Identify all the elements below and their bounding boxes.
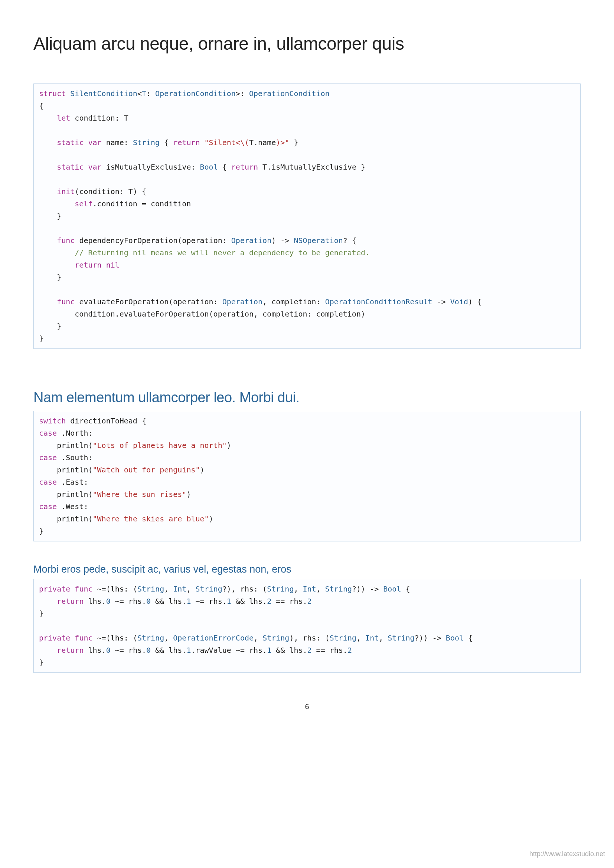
- kw-func1: func: [57, 236, 74, 245]
- type-op2: Operation: [222, 297, 262, 306]
- type-void: Void: [450, 297, 468, 306]
- kw-private-2: private: [39, 634, 70, 642]
- str-silent1: "Silent<\(: [205, 138, 249, 147]
- page-title: Aliquam arcu neque, ornare in, ullamcorp…: [33, 33, 581, 54]
- kw-func-1: func: [74, 584, 92, 594]
- code-block-2: switch directionToHead { case .North: pr…: [33, 411, 581, 541]
- str-south: "Watch out for penguins": [93, 465, 200, 474]
- t-int-1: Int: [173, 584, 186, 594]
- fn-println-1: println: [57, 441, 88, 450]
- kw-func-2: func: [74, 634, 92, 642]
- section-heading-1: Nam elementum ullamcorper leo. Morbi dui…: [33, 390, 581, 406]
- kw-static2: static: [57, 163, 84, 172]
- case-east: .East:: [61, 477, 88, 487]
- kw-case4: case: [39, 502, 57, 511]
- kw-var1: var: [88, 138, 101, 147]
- attr-ismutex: isMutuallyExclusive: [106, 163, 191, 172]
- str-silent2: )>": [276, 138, 289, 147]
- kw-return1: return: [173, 138, 200, 147]
- type-opcond: OperationCondition: [155, 89, 236, 98]
- kw-func2: func: [57, 297, 74, 306]
- kw-nil: nil: [106, 260, 119, 270]
- t-bool-2: Bool: [446, 634, 464, 642]
- num-b2: 1: [186, 646, 191, 655]
- kw-private-1: private: [39, 584, 70, 594]
- type-opcond2: OperationCondition: [249, 89, 330, 98]
- num-b0: 0: [106, 646, 111, 655]
- num-a1: 0: [146, 597, 151, 606]
- kw-var2: var: [88, 163, 101, 172]
- attr-condition: condition: [74, 113, 115, 122]
- str-east: "Where the sun rises": [93, 490, 187, 499]
- t-string-5: String: [137, 634, 164, 642]
- kw-self: self: [74, 199, 92, 208]
- kw-return2: return: [231, 163, 258, 172]
- case-west: .West:: [61, 502, 88, 511]
- num-b5: 2: [347, 646, 352, 655]
- kw-return-1: return: [57, 597, 84, 606]
- num-b4: 2: [307, 646, 312, 655]
- case-north: .North:: [61, 429, 92, 437]
- fn-println-4: println: [57, 515, 88, 523]
- str-north: "Lots of planets have a north": [93, 441, 227, 450]
- t-string-1: String: [137, 584, 164, 594]
- type-nsop: NSOperation: [294, 236, 343, 245]
- fn-println-2: println: [57, 465, 88, 474]
- kw-case2: case: [39, 453, 57, 462]
- t-operr: OperationErrorCode: [173, 634, 254, 642]
- kw-case3: case: [39, 477, 57, 487]
- kw-init: init: [57, 187, 74, 196]
- t-string-2: String: [195, 584, 222, 594]
- t-string-3: String: [267, 584, 294, 594]
- t-string-4: String: [325, 584, 352, 594]
- page-number: 6: [33, 702, 581, 711]
- type-string: String: [133, 138, 160, 147]
- attr-dir: directionToHead: [70, 416, 137, 425]
- t-int-3: Int: [365, 634, 378, 642]
- num-a3: 1: [227, 597, 231, 606]
- kw-struct: struct: [39, 89, 66, 98]
- kw-static1: static: [57, 138, 84, 147]
- fn-eval: evaluateForOperation: [79, 297, 169, 306]
- t-string-8: String: [388, 634, 414, 642]
- kw-return-2: return: [57, 646, 84, 655]
- comment-1: // Returning nil means we will never a d…: [74, 248, 370, 257]
- fn-dep: dependencyForOperation: [79, 236, 177, 245]
- case-south: .South:: [61, 453, 92, 462]
- tname: T.name: [249, 138, 276, 147]
- attr-name: name: [106, 138, 124, 147]
- num-a5: 2: [307, 597, 312, 606]
- type-opresult: OperationConditionResult: [325, 297, 433, 306]
- t-string-6: String: [262, 634, 289, 642]
- type-bool: Bool: [200, 163, 218, 172]
- kw-return3: return: [74, 260, 101, 270]
- kw-let: let: [57, 113, 70, 122]
- num-b1: 0: [146, 646, 151, 655]
- t-string-7: String: [330, 634, 357, 642]
- footer-url: http://www.latexstudio.net: [529, 850, 605, 858]
- str-west: "Where the skies are blue": [93, 515, 209, 523]
- num-a0: 0: [106, 597, 111, 606]
- num-b3: 1: [267, 646, 271, 655]
- kw-switch: switch: [39, 416, 66, 425]
- tmutex: T.isMutuallyExclusive: [262, 163, 357, 172]
- code-block-1: struct SilentCondition<T: OperationCondi…: [33, 84, 581, 349]
- fn-println-3: println: [57, 490, 88, 499]
- t-int-2: Int: [303, 584, 316, 594]
- num-a2: 1: [186, 597, 191, 606]
- type-silent: SilentCondition: [70, 89, 137, 98]
- section-heading-2: Morbi eros pede, suscipit ac, varius vel…: [33, 564, 581, 575]
- code-block-3: private func ~=(lhs: (String, Int, Strin…: [33, 579, 581, 673]
- type-op1: Operation: [231, 236, 271, 245]
- kw-case1: case: [39, 429, 57, 437]
- num-a4: 2: [267, 597, 271, 606]
- t-bool-1: Bool: [383, 584, 401, 594]
- type-t: T: [142, 89, 146, 98]
